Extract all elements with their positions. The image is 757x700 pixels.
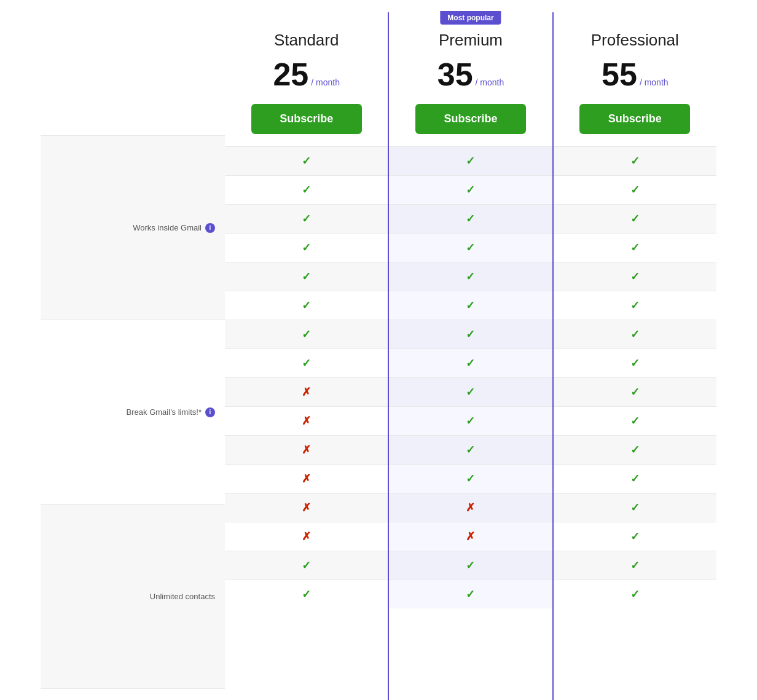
feature-value-cell: ✗ — [225, 435, 388, 464]
price-amount-professional: 55 — [602, 56, 637, 93]
subscribe-button-professional[interactable]: Subscribe — [579, 104, 690, 134]
plan-rows-professional: ✓✓✓✓✓✓✓✓✓✓✓✓✓✓✓✓ — [554, 146, 716, 608]
subscribe-button-premium[interactable]: Subscribe — [415, 104, 526, 134]
plan-column-professional: Professional55/ monthSubscribe✓✓✓✓✓✓✓✓✓✓… — [554, 12, 716, 700]
feature-value-cell: ✓ — [225, 320, 388, 348]
feature-value-cell: ✗ — [225, 493, 388, 522]
feature-value-cell: ✓ — [554, 580, 716, 608]
feature-value-cell: ✓ — [389, 377, 552, 406]
plan-header-standard: Standard25/ monthSubscribe — [225, 12, 388, 146]
feature-value-cell: ✓ — [554, 175, 716, 204]
feature-value-cell: ✓ — [225, 146, 388, 175]
plan-header-professional: Professional55/ monthSubscribe — [554, 12, 716, 146]
check-icon: ✓ — [466, 443, 475, 457]
price-period-standard: / month — [311, 77, 340, 87]
feature-value-cell: ✓ — [554, 291, 716, 320]
check-icon: ✓ — [466, 385, 475, 399]
feature-value-cell: ✓ — [389, 262, 552, 291]
plan-column-standard: Standard25/ monthSubscribe✓✓✓✓✓✓✓✓✗✗✗✗✗✗… — [225, 12, 388, 700]
feature-value-cell: ✓ — [554, 348, 716, 377]
check-icon: ✓ — [630, 328, 640, 341]
feature-value-cell: ✓ — [554, 233, 716, 262]
check-icon: ✓ — [302, 154, 311, 168]
plan-rows-standard: ✓✓✓✓✓✓✓✓✗✗✗✗✗✗✓✓ — [225, 146, 388, 608]
check-icon: ✓ — [466, 588, 475, 601]
plan-name-premium: Premium — [439, 31, 503, 50]
check-icon: ✓ — [630, 356, 640, 370]
feature-value-cell: ✓ — [225, 580, 388, 608]
check-icon: ✓ — [302, 559, 311, 572]
feature-value-cell: ✓ — [554, 464, 716, 493]
feature-value-cell: ✓ — [554, 551, 716, 580]
check-icon: ✓ — [466, 270, 475, 283]
feature-label-cell: Unlimited contacts — [41, 504, 225, 688]
feature-value-cell: ✓ — [225, 291, 388, 320]
info-icon[interactable]: i — [205, 223, 215, 233]
plan-name-professional: Professional — [591, 31, 679, 50]
feature-column: Works inside GmailiBreak Gmail's limits!… — [41, 12, 225, 700]
check-icon: ✓ — [302, 241, 311, 254]
plan-columns: Standard25/ monthSubscribe✓✓✓✓✓✓✓✓✗✗✗✗✗✗… — [225, 12, 716, 700]
feature-value-cell: ✓ — [389, 233, 552, 262]
price-period-premium: / month — [476, 77, 504, 87]
feature-value-cell: ✓ — [225, 551, 388, 580]
check-icon: ✓ — [630, 270, 640, 283]
feature-value-cell: ✓ — [389, 204, 552, 233]
feature-value-cell: ✓ — [389, 291, 552, 320]
feature-value-cell: ✓ — [554, 262, 716, 291]
feature-label-text: Works inside Gmaili — [133, 223, 215, 233]
check-icon: ✓ — [302, 328, 311, 341]
check-icon: ✓ — [466, 241, 475, 254]
check-icon: ✓ — [630, 501, 640, 514]
check-icon: ✓ — [302, 212, 311, 226]
cross-icon: ✗ — [302, 443, 311, 457]
check-icon: ✓ — [466, 212, 475, 226]
check-icon: ✓ — [630, 212, 640, 226]
check-icon: ✓ — [466, 183, 475, 197]
check-icon: ✓ — [630, 443, 640, 457]
feature-header — [41, 12, 225, 135]
check-icon: ✓ — [302, 183, 311, 197]
check-icon: ✓ — [630, 414, 640, 428]
feature-rows: Works inside GmailiBreak Gmail's limits!… — [41, 135, 225, 700]
most-popular-badge: Most popular — [440, 11, 501, 25]
check-icon: ✓ — [466, 559, 475, 572]
plan-header-premium: Premium35/ monthSubscribe — [389, 12, 552, 146]
plan-price-standard: 25/ month — [273, 56, 340, 93]
feature-label-text: Break Gmail's limits!*i — [127, 407, 215, 417]
feature-value-cell: ✓ — [554, 320, 716, 348]
feature-value-cell: ✓ — [225, 204, 388, 233]
price-amount-standard: 25 — [273, 56, 308, 93]
check-icon: ✓ — [302, 588, 311, 601]
check-icon: ✓ — [630, 559, 640, 572]
plan-column-premium: Most popularPremium35/ monthSubscribe✓✓✓… — [388, 12, 553, 700]
check-icon: ✓ — [466, 472, 475, 486]
plan-price-professional: 55/ month — [602, 56, 669, 93]
price-period-professional: / month — [640, 77, 669, 87]
feature-value-cell: ✓ — [554, 146, 716, 175]
check-icon: ✓ — [630, 154, 640, 168]
plan-rows-premium: ✓✓✓✓✓✓✓✓✓✓✓✓✗✗✓✓ — [389, 146, 552, 608]
check-icon: ✓ — [630, 299, 640, 312]
feature-value-cell: ✓ — [554, 406, 716, 435]
feature-label-cell: Unlimited campaigns — [41, 688, 225, 700]
subscribe-button-standard[interactable]: Subscribe — [251, 104, 362, 134]
feature-value-cell: ✓ — [389, 580, 552, 608]
feature-value-cell: ✓ — [554, 522, 716, 551]
feature-value-cell: ✓ — [389, 406, 552, 435]
feature-value-cell: ✓ — [389, 146, 552, 175]
plan-name-standard: Standard — [274, 31, 339, 50]
check-icon: ✓ — [630, 588, 640, 601]
feature-value-cell: ✗ — [389, 493, 552, 522]
cross-icon: ✗ — [302, 530, 311, 543]
check-icon: ✓ — [302, 270, 311, 283]
feature-name: Works inside Gmail — [133, 223, 202, 232]
feature-value-cell: ✗ — [389, 522, 552, 551]
cross-icon: ✗ — [302, 472, 311, 486]
info-icon[interactable]: i — [205, 407, 215, 417]
feature-value-cell: ✓ — [554, 435, 716, 464]
cross-icon: ✗ — [302, 385, 311, 399]
feature-value-cell: ✓ — [389, 320, 552, 348]
feature-value-cell: ✓ — [554, 204, 716, 233]
price-amount-premium: 35 — [437, 56, 473, 93]
